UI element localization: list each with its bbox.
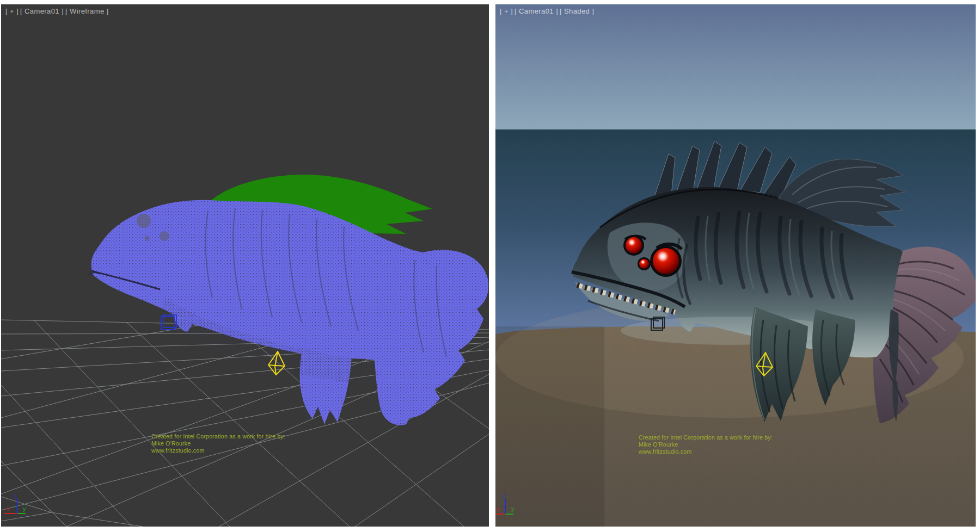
fish-eye-medium [626,237,642,253]
viewport-general-menu[interactable]: [ + ] [5,7,19,15]
axis-y-label: y [23,505,26,512]
scene-credit-text: Created for Intel Corporation as a work … [639,434,773,455]
fish-eye-large [653,248,679,274]
viewport-pov-menu[interactable]: [ Camera01 ] [20,7,64,15]
viewport-general-menu[interactable]: [ + ] [500,7,513,15]
viewport-shaded[interactable]: [ + ][ Camera01 ][ Shaded ] [495,4,976,527]
axis-z-label: z [14,492,17,498]
fish-eye-wireframe-medium [160,231,169,241]
world-axis-tripod: x y z [4,492,26,514]
axis-x-label: x [7,505,10,512]
viewport-label: [ + ][ Camera01 ][ Wireframe ] [5,7,111,15]
viewport-label: [ + ][ Camera01 ][ Shaded ] [500,7,596,15]
sky-upper [495,4,976,129]
viewport-wireframe[interactable]: [ + ][ Camera01 ][ Wireframe ] [1,4,489,527]
axis-y-label: y [511,505,514,512]
fish-eye-small [639,259,649,269]
viewport-pov-menu[interactable]: [ Camera01 ] [514,7,558,15]
viewport-shading-menu[interactable]: [ Wireframe ] [65,7,109,15]
fish-eye-wireframe-small [145,236,150,241]
fish-wireframe [88,200,488,425]
dual-viewport-screenshot: { "viewport_left": { "menu_general": "[ … [0,0,980,532]
scene-credit-text: Created for Intel Corporation as a work … [151,433,285,454]
axis-z-label: z [502,492,505,498]
viewport-shading-menu[interactable]: [ Shaded ] [560,7,594,15]
fish-eye-wireframe-large [137,214,151,228]
axis-x-label: x [497,505,500,512]
